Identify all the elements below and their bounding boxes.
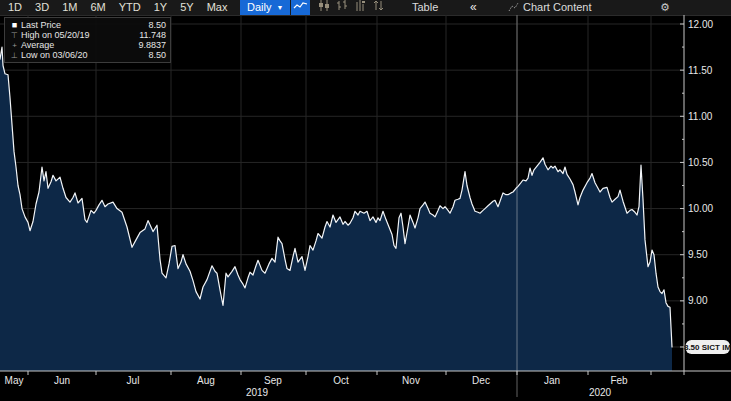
legend-row[interactable]: +Average9.8837 xyxy=(8,40,166,50)
y-tick-label: 10.50 xyxy=(688,157,713,168)
x-month-label: Nov xyxy=(402,375,420,386)
y-tick-label: 11.00 xyxy=(688,111,713,122)
x-month-label: Jul xyxy=(127,375,140,386)
marker-icon: ⊥ xyxy=(8,51,21,60)
x-month-label: Oct xyxy=(333,375,349,386)
x-month-label: Aug xyxy=(197,375,215,386)
legend-row[interactable]: ■Last Price8.50 xyxy=(8,20,166,30)
legend-value: 9.8837 xyxy=(138,40,166,50)
legend-label: High on 05/20/19 xyxy=(21,30,139,40)
legend-label: Low on 03/06/20 xyxy=(21,50,148,60)
chart-legend[interactable]: ■Last Price8.50⊤High on 05/20/1911.748+A… xyxy=(4,17,171,63)
y-tick-label: 9.00 xyxy=(688,295,708,306)
x-month-label: May xyxy=(5,375,24,386)
y-tick-label: 11.50 xyxy=(688,65,713,76)
x-month-label: Feb xyxy=(610,375,628,386)
x-year-label: 2020 xyxy=(589,387,612,398)
legend-label: Average xyxy=(21,40,138,50)
chart-window: 1D3D1M6MYTD1Y5YMax Daily▼ xyxy=(0,0,731,401)
y-tick-label: 12.00 xyxy=(688,19,713,30)
y-tick-label: 9.50 xyxy=(688,249,708,260)
marker-icon: ⊤ xyxy=(8,31,21,40)
legend-value: 11.748 xyxy=(139,30,166,40)
x-month-label: Jun xyxy=(54,375,70,386)
series-swatch-icon: ■ xyxy=(8,20,21,30)
x-month-label: Jan xyxy=(544,375,560,386)
legend-row[interactable]: ⊤High on 05/20/1911.748 xyxy=(8,30,166,40)
legend-row[interactable]: ⊥Low on 03/06/208.50 xyxy=(8,50,166,60)
legend-label: Last Price xyxy=(21,20,148,30)
x-month-label: Dec xyxy=(472,375,490,386)
marker-icon: + xyxy=(8,41,21,50)
legend-value: 8.50 xyxy=(148,20,166,30)
last-price-badge-text: 8.50 SICT IM xyxy=(684,343,731,352)
x-year-label: 2019 xyxy=(246,387,269,398)
legend-value: 8.50 xyxy=(148,50,166,60)
y-tick-label: 10.00 xyxy=(688,203,713,214)
x-month-label: Sep xyxy=(264,375,282,386)
